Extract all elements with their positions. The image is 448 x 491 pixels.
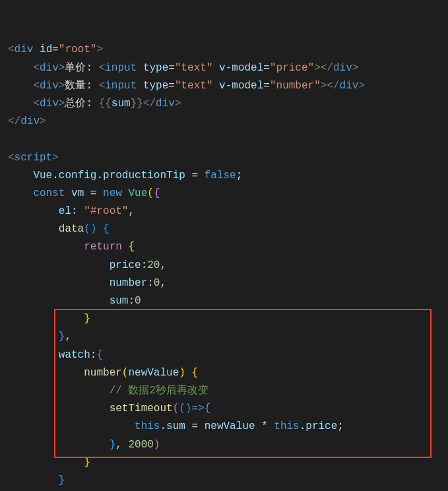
code-line: <div id="root"> xyxy=(3,41,445,59)
code-line: <div>总价: {{sum}}</div> xyxy=(3,95,445,113)
code-line: number:0, xyxy=(3,275,445,292)
code-line: <div>数量: <input type="text" v-model="num… xyxy=(3,77,445,95)
code-line: this.sum = newValue * this.price; xyxy=(3,418,445,436)
code-line: return { xyxy=(3,238,445,256)
code-line: watch:{ xyxy=(3,346,445,364)
code-line: el: "#root", xyxy=(3,203,445,220)
code-line: setTimeout(()=>{ xyxy=(3,400,445,418)
code-editor-content: <div id="root"> <div>单价: <input type="te… xyxy=(3,5,445,491)
code-line: </div> xyxy=(3,113,445,131)
code-line: <div>单价: <input type="text" v-model="pri… xyxy=(3,59,445,77)
code-line: const vm = new Vue({ xyxy=(3,185,445,203)
code-lines: <div id="root"> <div>单价: <input type="te… xyxy=(3,41,445,491)
code-line: number(newValue) { xyxy=(3,364,445,382)
code-line: } xyxy=(3,310,445,328)
code-line: } xyxy=(3,472,445,490)
code-line: Vue.config.productionTip = false; xyxy=(3,167,445,185)
code-line: }, xyxy=(3,328,445,346)
code-line: }, 2000) xyxy=(3,436,445,454)
code-line: } xyxy=(3,454,445,472)
code-line: sum:0 xyxy=(3,292,445,310)
code-line: <script> xyxy=(3,149,445,167)
code-line: data() { xyxy=(3,220,445,238)
code-line: price:20, xyxy=(3,257,445,275)
code-line: // 数据2秒后再改变 xyxy=(3,382,445,400)
code-line xyxy=(3,131,445,148)
